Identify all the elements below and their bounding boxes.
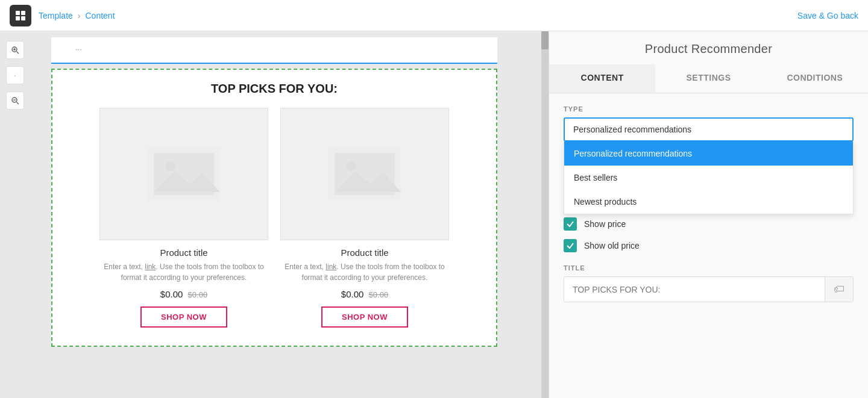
- tab-content[interactable]: CONTENT: [549, 64, 655, 93]
- product-desc-2: Enter a text, link. Use the tools from t…: [280, 261, 449, 283]
- title-field-container: 🏷: [564, 276, 854, 302]
- save-go-back-button[interactable]: Save & Go back: [797, 11, 858, 20]
- tabs-row: CONTENT SETTINGS CONDITIONS: [549, 64, 868, 93]
- product-card-2: Product title Enter a text, link. Use th…: [280, 108, 449, 328]
- shop-now-button-2[interactable]: SHOP NOW: [321, 306, 408, 328]
- product-section: TOP PICKS FOR YOU: Product title: [51, 69, 497, 347]
- product-price-2: $0.00 $0.00: [341, 289, 388, 299]
- show-price-label: Show price: [584, 219, 626, 229]
- zoom-in-button[interactable]: [6, 41, 24, 59]
- tab-conditions[interactable]: CONDITIONS: [762, 64, 868, 93]
- canvas-scrollbar[interactable]: [541, 31, 549, 398]
- type-label: TYPE: [564, 105, 854, 113]
- product-grid: Product title Enter a text, link. Use th…: [64, 108, 484, 328]
- tool-dot[interactable]: ·: [6, 66, 24, 84]
- canvas-scroll-thumb: [541, 31, 549, 49]
- right-panel: Product Recommender CONTENT SETTINGS CON…: [549, 31, 868, 398]
- panel-content: TYPE Personalized recommendations Best s…: [549, 105, 868, 314]
- dropdown-option-personalized[interactable]: Personalized recommendations: [564, 141, 853, 166]
- product-image-1: [99, 108, 268, 240]
- dropdown-option-best-sellers[interactable]: Best sellers: [564, 166, 853, 190]
- canvas-area: · ··· TOP PICKS FOR YOU:: [0, 31, 549, 398]
- panel-title: Product Recommender: [549, 31, 868, 64]
- zoom-out-button[interactable]: [6, 92, 24, 110]
- show-price-checkbox[interactable]: [564, 217, 577, 231]
- show-price-row: Show price: [564, 217, 854, 231]
- dropdown-list: Personalized recommendations Best seller…: [564, 141, 854, 214]
- product-title-1: Product title: [160, 247, 207, 258]
- svg-rect-2: [16, 16, 20, 20]
- section-title: TOP PICKS FOR YOU:: [64, 82, 484, 96]
- type-dropdown-container: Personalized recommendations Best seller…: [564, 117, 854, 141]
- type-input[interactable]: [564, 117, 854, 141]
- product-old-price-2: $0.00: [369, 290, 389, 299]
- svg-point-13: [166, 161, 175, 171]
- canvas-tabs: ···: [51, 37, 497, 64]
- canvas-content: ··· TOP PICKS FOR YOU:: [51, 31, 497, 353]
- product-image-2: [280, 108, 449, 240]
- dropdown-option-newest[interactable]: Newest products: [564, 190, 853, 214]
- product-price-1: $0.00 $0.00: [160, 289, 207, 299]
- main-area: · ··· TOP PICKS FOR YOU:: [0, 31, 868, 398]
- product-card-1: Product title Enter a text, link. Use th…: [99, 108, 268, 328]
- svg-rect-0: [16, 11, 20, 15]
- svg-line-5: [17, 52, 19, 54]
- svg-rect-3: [21, 16, 25, 20]
- title-field-label: TITLE: [564, 264, 854, 272]
- svg-line-9: [17, 102, 19, 105]
- tab-settings[interactable]: SETTINGS: [655, 64, 761, 93]
- svg-rect-1: [21, 11, 25, 15]
- nav-left: Template › Content: [10, 5, 115, 26]
- top-nav: Template › Content Save & Go back: [0, 0, 868, 31]
- product-old-price-1: $0.00: [188, 290, 208, 299]
- shop-now-button-1[interactable]: SHOP NOW: [140, 306, 227, 328]
- show-old-price-checkbox[interactable]: [564, 239, 577, 252]
- title-input[interactable]: [564, 279, 825, 300]
- title-section: TITLE 🏷: [564, 264, 854, 302]
- breadcrumb-chevron: ›: [78, 11, 81, 20]
- product-desc-1: Enter a text, link. Use the tools from t…: [99, 261, 268, 283]
- show-old-price-label: Show old price: [584, 241, 640, 250]
- breadcrumb: Template › Content: [39, 11, 115, 20]
- product-desc-link-2[interactable]: link: [326, 263, 336, 271]
- breadcrumb-current: Content: [85, 11, 115, 20]
- app-logo: [10, 5, 31, 26]
- tag-icon[interactable]: 🏷: [825, 277, 853, 302]
- product-current-price-2: $0.00: [341, 289, 364, 299]
- canvas-tab-item[interactable]: ···: [63, 37, 94, 63]
- product-desc-link-1[interactable]: link: [145, 263, 156, 271]
- canvas-tools: ·: [6, 41, 24, 110]
- product-current-price-1: $0.00: [160, 289, 183, 299]
- show-old-price-row: Show old price: [564, 239, 854, 252]
- svg-point-17: [347, 161, 356, 171]
- product-title-2: Product title: [341, 247, 388, 258]
- template-link[interactable]: Template: [39, 11, 73, 20]
